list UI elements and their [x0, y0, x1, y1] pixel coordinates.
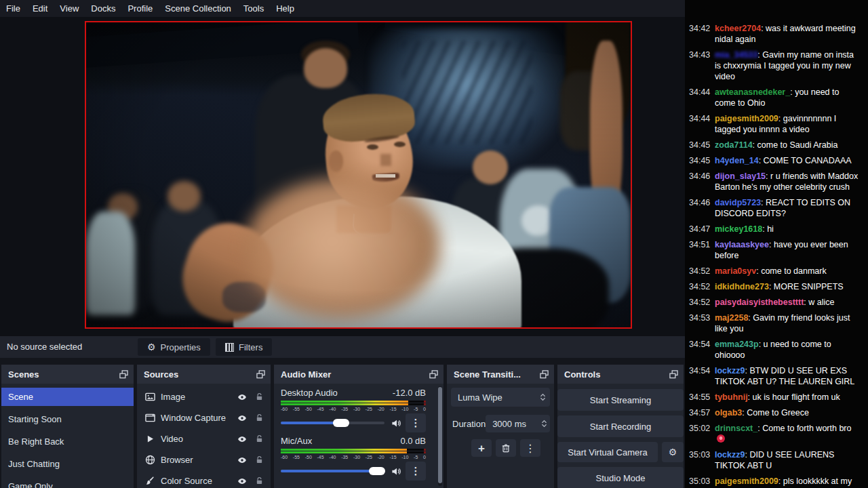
- chat-timestamp: 34:44: [689, 87, 710, 98]
- channel-menu-button[interactable]: ⋮: [406, 413, 426, 432]
- popout-icon[interactable]: [669, 370, 678, 379]
- scale-tick: -30: [353, 455, 360, 460]
- meter-peak: [424, 401, 426, 403]
- start-virtual-camera-button[interactable]: Start Virtual Camera: [557, 442, 658, 462]
- eye-icon[interactable]: [237, 392, 247, 402]
- duration-spinner[interactable]: 3000 ms: [486, 415, 550, 432]
- source-row-video[interactable]: Video: [137, 428, 271, 449]
- scale-tick: -10: [401, 455, 408, 460]
- menu-item-file[interactable]: File: [0, 0, 26, 17]
- popout-icon[interactable]: [540, 370, 549, 379]
- chat-timestamp: 34:55: [689, 392, 710, 403]
- source-row-window-capture[interactable]: Window Capture: [137, 407, 271, 428]
- eye-icon[interactable]: [237, 434, 247, 444]
- mixer-scrollbar[interactable]: [438, 386, 442, 486]
- unlock-icon[interactable]: [255, 413, 264, 422]
- menu-item-edit[interactable]: Edit: [26, 0, 54, 17]
- chat-separator: :: [753, 140, 757, 150]
- chat-username: kaylaaaskyee: [715, 240, 769, 249]
- virtual-camera-settings-button[interactable]: ⚙: [662, 442, 684, 462]
- chat-timestamp: 34:54: [689, 365, 710, 376]
- chat-timestamp: 34:54: [689, 339, 710, 350]
- window-capture-icon: [144, 413, 156, 423]
- scale-tick: -5: [414, 407, 418, 411]
- chat-message: 34:46davidp5723: REACT TO EDITS ON DISCO…: [688, 197, 859, 219]
- speaker-icon[interactable]: [391, 466, 401, 476]
- transition-select[interactable]: Luma Wipe: [451, 388, 550, 407]
- chat-text: Come to forth worth bro: [762, 424, 851, 433]
- chat-message: 34:44awteanasnedeker_: you need to come …: [688, 87, 859, 108]
- volume-slider-mic-aux[interactable]: [281, 470, 384, 472]
- scene-item-starting-soon[interactable]: Starting Soon: [1, 410, 134, 428]
- scene-transitions-title: Scene Transiti...: [454, 369, 521, 380]
- menu-item-tools[interactable]: Tools: [237, 0, 270, 17]
- meter-fill: [281, 401, 408, 403]
- chat-timestamp: 34:42: [689, 23, 710, 34]
- chat-separator: :: [759, 340, 764, 349]
- trash-icon: [501, 443, 511, 453]
- video-preview[interactable]: [85, 21, 632, 329]
- scale-tick: -25: [366, 455, 372, 460]
- chat-message: 34:43mia_34533: Gavin my name on insta i…: [688, 49, 859, 82]
- menu-item-help[interactable]: Help: [270, 0, 300, 17]
- start-recording-button[interactable]: Start Recording: [557, 415, 684, 437]
- chat-panel: 34:42kcheer2704: was it awkward meeting …: [685, 0, 868, 488]
- popout-icon[interactable]: [429, 370, 438, 379]
- chat-text: pls lookkkkk at my: [783, 476, 852, 486]
- eye-icon[interactable]: [237, 413, 247, 423]
- chat-username: maj2258: [715, 313, 748, 323]
- source-row-image[interactable]: Image: [137, 386, 271, 407]
- studio-mode-button[interactable]: Studio Mode: [557, 467, 684, 488]
- scene-item-scene[interactable]: Scene: [1, 388, 134, 406]
- volume-row: ⋮: [281, 462, 426, 480]
- volume-meter: [281, 449, 426, 451]
- meter-scale: -60-55-50-45-40-35-30-25-20-15-10-50: [281, 407, 426, 411]
- add-transition-button[interactable]: +: [471, 439, 492, 457]
- menu-item-docks[interactable]: Docks: [85, 0, 121, 17]
- source-row-color-source[interactable]: Color Source: [137, 470, 271, 488]
- unlock-icon[interactable]: [255, 434, 264, 443]
- start-streaming-button[interactable]: Start Streaming: [557, 389, 684, 411]
- source-row-browser[interactable]: Browser: [137, 449, 271, 470]
- eye-icon[interactable]: [237, 476, 247, 486]
- scene-item-be-right-back[interactable]: Be Right Back: [1, 432, 134, 451]
- scale-tick: -45: [317, 407, 323, 411]
- menu-item-profile[interactable]: Profile: [121, 0, 159, 17]
- plus-icon: +: [478, 443, 485, 454]
- scale-tick: 0: [423, 407, 426, 411]
- scene-item-just-chatting[interactable]: Just Chatting: [1, 455, 134, 473]
- chat-message: 34:52idkidhdne273: MORE SNIPPETS: [688, 281, 859, 292]
- scene-item-game-only[interactable]: Game Only: [1, 477, 134, 488]
- chat-username: paigesmith2009: [715, 114, 778, 123]
- transition-menu-button[interactable]: ⋮: [520, 439, 540, 457]
- source-status-text: No source selected: [7, 336, 82, 358]
- unlock-icon[interactable]: [255, 476, 264, 485]
- chevron-updown-icon: [540, 392, 546, 402]
- properties-button[interactable]: ⚙ Properties: [138, 338, 210, 356]
- unlock-icon[interactable]: [255, 392, 264, 401]
- vignette: [86, 22, 631, 327]
- filters-button[interactable]: Filters: [216, 338, 272, 356]
- slider-handle[interactable]: [369, 467, 385, 475]
- eye-icon[interactable]: [237, 455, 247, 465]
- audio-mixer-panel: Audio Mixer Desktop Audio-12.0 dB-60-55-…: [274, 365, 443, 488]
- unlock-icon[interactable]: [255, 455, 264, 464]
- scale-tick: -40: [329, 407, 336, 411]
- popout-icon[interactable]: [119, 370, 128, 379]
- remove-transition-button[interactable]: [496, 439, 516, 457]
- scale-tick: -20: [378, 407, 384, 411]
- chat-username: zoda7114: [715, 140, 753, 150]
- popout-icon[interactable]: [256, 370, 265, 379]
- duration-label: Duration: [451, 419, 486, 429]
- menu-item-view[interactable]: View: [54, 0, 85, 17]
- chat-separator: :: [759, 156, 764, 165]
- channel-menu-button[interactable]: ⋮: [406, 462, 426, 481]
- chat-timestamp: 34:52: [689, 266, 710, 277]
- scrollbar-thumb[interactable]: [438, 387, 442, 483]
- menu-item-scene-collection[interactable]: Scene Collection: [159, 0, 237, 17]
- chat-text: Come to Greece: [747, 408, 809, 418]
- speaker-icon[interactable]: [391, 418, 401, 428]
- chat-username: drinnscxt_: [715, 424, 757, 433]
- slider-handle[interactable]: [333, 419, 349, 427]
- volume-slider-desktop-audio[interactable]: [281, 422, 384, 424]
